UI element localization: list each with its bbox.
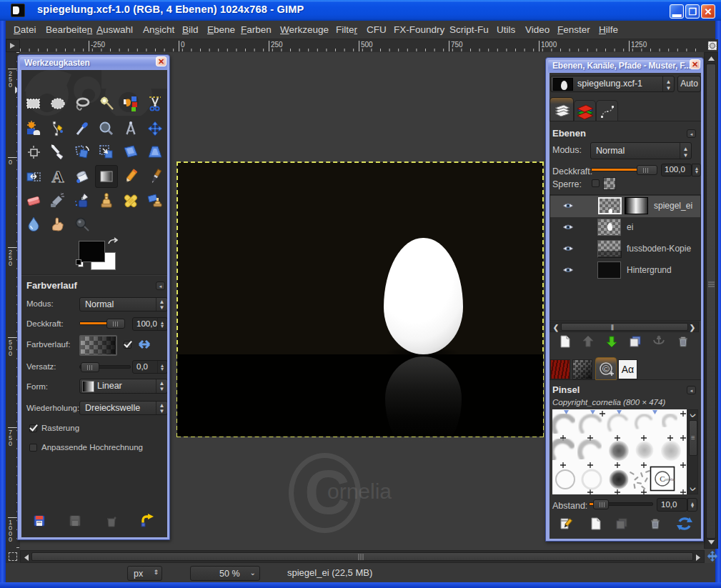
svg-text:1000: 1000 [541, 41, 557, 49]
svg-text:A: A [51, 168, 64, 185]
svg-text:0: 0 [9, 81, 12, 89]
svg-text:0: 0 [9, 159, 12, 166]
svg-text:250: 250 [271, 41, 283, 49]
svg-text:0: 0 [9, 350, 12, 357]
svg-text:ornelia: ornelia [665, 478, 675, 482]
svg-text:-250: -250 [91, 41, 105, 49]
svg-text:500: 500 [361, 41, 373, 49]
svg-text:0: 0 [9, 260, 12, 267]
svg-text:0: 0 [9, 440, 12, 447]
svg-text:0: 0 [9, 536, 12, 543]
svg-text:0: 0 [181, 41, 185, 49]
svg-text:1250: 1250 [631, 41, 647, 49]
svg-text:750: 750 [451, 41, 463, 49]
svg-text:C: C [604, 366, 608, 372]
